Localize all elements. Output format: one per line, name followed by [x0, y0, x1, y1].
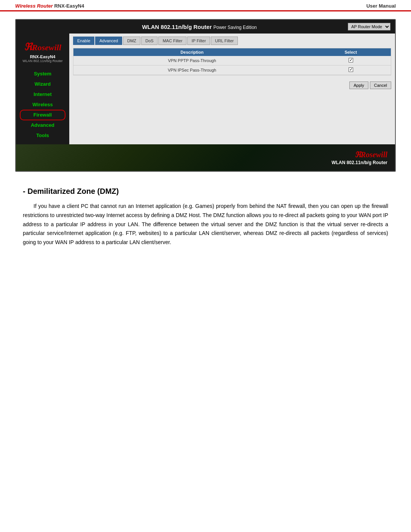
- col-select: Select: [311, 48, 391, 56]
- tab-mac-filter[interactable]: MAC Filter: [158, 37, 186, 45]
- router-tabs: Enable Advanced DMZ DoS MAC Filter IP Fi…: [69, 34, 395, 45]
- tab-url-filter[interactable]: URL Filter: [211, 37, 238, 45]
- page-header: Wireless Router RNX-EasyN4 User Manual: [0, 0, 411, 11]
- sidebar-item-wizard[interactable]: Wizard: [16, 79, 69, 89]
- sidebar-item-internet[interactable]: Internet: [16, 89, 69, 99]
- sidebar-item-wireless[interactable]: Wireless: [16, 99, 69, 110]
- table-row: VPN IPSec Pass-Through: [73, 66, 391, 75]
- tab-dmz[interactable]: DMZ: [123, 37, 140, 45]
- tab-enable[interactable]: Enable: [73, 37, 94, 45]
- brand-logo: ℜRosewill: [18, 41, 67, 53]
- sidebar-item-firewall[interactable]: Firewall: [16, 110, 69, 120]
- router-footer: ℜRosewill WLAN 802.11n/b/g Router: [16, 144, 395, 171]
- footer-model: WLAN 802.11n/b/g Router: [331, 160, 387, 165]
- sidebar-nav: System Wizard Internet Wireless Firewall…: [16, 69, 69, 141]
- col-description: Description: [73, 48, 311, 56]
- sidebar-item-system[interactable]: System: [16, 69, 69, 79]
- router-sidebar: ℜRosewill RNX-EasyN4 WLAN 802.11n/b/g Ro…: [16, 34, 69, 144]
- footer-logo: ℜRosewill: [331, 150, 387, 159]
- router-top-bar: WLAN 802.11n/b/g Router Power Saving Edi…: [16, 20, 395, 34]
- brand-area: ℜRosewill RNX-EasyN4 WLAN 802.11n/b/g Ro…: [16, 37, 69, 65]
- vpn-pptp-checkbox[interactable]: [349, 58, 353, 62]
- router-main: ℜRosewill RNX-EasyN4 WLAN 802.11n/b/g Ro…: [16, 34, 395, 144]
- table-row: VPN PPTP Pass-Through: [73, 56, 391, 66]
- router-ui-screenshot: WLAN 802.11n/b/g Router Power Saving Edi…: [15, 19, 396, 172]
- router-title-edition: Power Saving Edition: [213, 25, 257, 30]
- footer-brand: ℜRosewill WLAN 802.11n/b/g Router: [331, 150, 387, 165]
- vpn-table: Description Select VPN PPTP Pass-Through: [73, 48, 391, 75]
- vpn-pptp-checkbox-cell[interactable]: [311, 56, 391, 66]
- cancel-button[interactable]: Cancel: [370, 81, 391, 89]
- brand-subtitle: WLAN 802.11n/b/g Router: [18, 59, 67, 63]
- vpn-ipsec-label: VPN IPSec Pass-Through: [73, 66, 311, 75]
- tab-advanced[interactable]: Advanced: [95, 37, 122, 45]
- router-title-wlan: WLAN 802.11n/b/g Router: [142, 24, 212, 30]
- header-left: Wireless Router RNX-EasyN4: [15, 3, 84, 9]
- sidebar-item-advanced[interactable]: Advanced: [16, 120, 69, 130]
- tab-dos[interactable]: DoS: [141, 37, 158, 45]
- sidebar-item-tools[interactable]: Tools: [16, 130, 69, 141]
- content-panel: Description Select VPN PPTP Pass-Through: [73, 48, 391, 75]
- vpn-ipsec-checkbox[interactable]: [349, 67, 353, 72]
- tab-ip-filter[interactable]: IP Filter: [187, 37, 210, 45]
- vpn-pptp-label: VPN PPTP Pass-Through: [73, 56, 311, 66]
- page-content: - Demilitarized Zone (DMZ) If you have a…: [0, 179, 411, 262]
- router-title: WLAN 802.11n/b/g Router Power Saving Edi…: [51, 24, 348, 30]
- brand-model: RNX-EasyN4: [18, 54, 67, 59]
- header-model: RNX-EasyN4: [54, 3, 84, 9]
- section-title: - Demilitarized Zone (DMZ): [23, 187, 388, 196]
- ap-mode-dropdown[interactable]: AP Router Mode: [348, 23, 390, 30]
- apply-button[interactable]: Apply: [349, 81, 368, 89]
- section-paragraph: If you have a client PC that cannot run …: [23, 202, 388, 247]
- header-right: User Manual: [366, 3, 396, 9]
- router-content: Enable Advanced DMZ DoS MAC Filter IP Fi…: [69, 34, 395, 144]
- action-buttons: Apply Cancel: [69, 78, 395, 92]
- header-wireless-label: Wireless Router: [15, 3, 53, 9]
- vpn-ipsec-checkbox-cell[interactable]: [311, 66, 391, 75]
- section-body: If you have a client PC that cannot run …: [23, 202, 388, 247]
